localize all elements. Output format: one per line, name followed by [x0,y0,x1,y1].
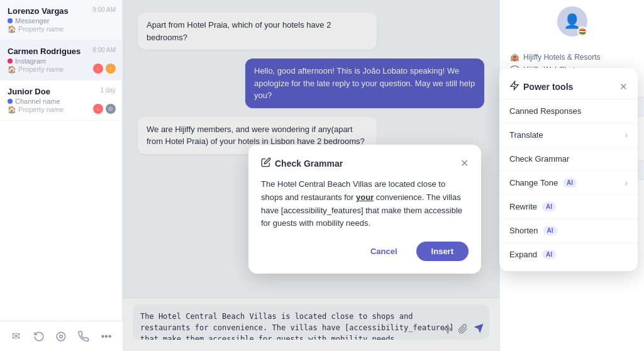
hotel-icon: 🏨 [510,53,519,62]
grammar-modal-header: Check Grammar ✕ [261,157,469,169]
pt-item-label-6: Expand [509,250,537,259]
badge-red-0: ↓ [93,104,103,114]
ai-badge-4: AI [542,202,556,211]
svg-point-0 [57,332,66,341]
email-icon[interactable]: ✉ [6,326,26,347]
badge-red-0: ↓ [93,64,103,74]
circle-icon[interactable] [51,326,71,347]
channel-dot-0 [8,18,13,23]
phone-icon[interactable] [74,326,94,347]
grammar-modal: Check Grammar ✕ The Hotel Central Beach … [248,145,481,274]
channel-dot-2 [8,99,13,104]
hotel-name-line: 🏨 Hijiffy Hotels & Resorts [510,53,634,62]
power-tools-item-6[interactable]: ExpandAI [499,243,638,266]
pt-item-label-3: Change Tone [509,178,558,187]
svg-point-1 [60,335,63,338]
sidebar-item-badges-2: ↓⊙ [93,104,116,114]
power-tools-close-button[interactable]: ✕ [619,81,628,92]
power-tools-item-1[interactable]: Translate› [499,123,638,147]
badge-orange-1: ↑ [106,64,116,74]
lightning-icon [509,81,519,92]
pt-arrow-3: › [625,178,628,187]
refresh-icon[interactable] [29,326,49,347]
power-tools-items: Canned ResponsesTranslate›Check GrammarC… [499,99,638,266]
pt-item-label-1: Translate [509,130,543,140]
pt-item-label-4: Rewrite [509,202,537,211]
power-tools-item-5[interactable]: ShortenAI [499,219,638,243]
power-tools-header: Power tools ✕ [499,73,638,99]
sidebar-item-badges-1: ↓↑ [93,64,116,74]
sidebar-item-time-1: 8:00 AM [92,47,116,53]
sidebar: Lorenzo VargasMessenger🏠 Property name9:… [0,0,123,351]
chat-input[interactable] [133,304,489,340]
grammar-modal-title: Check Grammar [261,157,343,169]
ai-badge-6: AI [542,250,556,259]
sidebar-item-property-0: 🏠 Property name [8,25,114,33]
sidebar-item-2[interactable]: Junior DoeChannel name🏠 Property name1 d… [0,81,122,121]
pt-item-label-5: Shorten [509,226,538,235]
contact-avatar-section: 👤 🇭🇺 [500,0,644,45]
ai-badge-3: AI [563,178,577,187]
grammar-modal-close-button[interactable]: ✕ [460,159,469,169]
channel-dot-1 [8,58,13,64]
sparkle-icon[interactable] [443,324,453,337]
chat-input-area [123,298,499,351]
sidebar-item-time-0: 9:00 AM [92,6,116,13]
insert-button[interactable]: Insert [416,242,469,261]
send-icon[interactable] [473,323,484,337]
power-tools-title: Power tools [509,81,573,92]
power-tools-panel: Power tools ✕ Canned ResponsesTranslate›… [499,68,638,271]
pt-item-label-2: Check Grammar [509,154,569,164]
cancel-button[interactable]: Cancel [358,242,410,261]
grammar-modal-actions: Cancel Insert [261,242,469,261]
sidebar-item-0[interactable]: Lorenzo VargasMessenger🏠 Property name9:… [0,0,122,40]
sidebar-item-channel-0: Messenger [8,17,114,25]
more-icon[interactable]: ••• [96,326,116,347]
message-1: Hello, good afternoon! This is João Loba… [245,58,484,108]
power-tools-item-0[interactable]: Canned Responses [499,99,638,123]
pt-arrow-1: › [625,130,628,140]
sidebar-item-time-2: 1 day [101,87,116,94]
pencil-icon [261,157,271,169]
pt-item-label-0: Canned Responses [509,106,581,116]
chat-area: Apart from Hotel Praia, which of your ho… [123,0,499,351]
ai-badge-5: AI [543,226,557,235]
power-tools-item-2[interactable]: Check Grammar [499,147,638,171]
grammar-modal-body: The Hotel Central Beach Villas are locat… [261,178,469,230]
message-0: Apart from Hotel Praia, which of your ho… [138,13,377,50]
attach-icon[interactable] [458,324,468,337]
svg-marker-2 [511,81,518,89]
flag-badge: 🇭🇺 [577,26,587,36]
input-icons [443,323,484,337]
badge-gray-1: ⊙ [106,104,116,114]
power-tools-item-4[interactable]: RewriteAI [499,195,638,219]
sidebar-item-name-2: Junior Doe [8,87,114,96]
avatar: 👤 🇭🇺 [557,6,587,36]
bottom-navigation: ✉ ••• [0,321,123,351]
sidebar-item-1[interactable]: Carmen RodriguesInstagram🏠 Property name… [0,40,122,81]
power-tools-item-3[interactable]: Change ToneAI› [499,171,638,195]
